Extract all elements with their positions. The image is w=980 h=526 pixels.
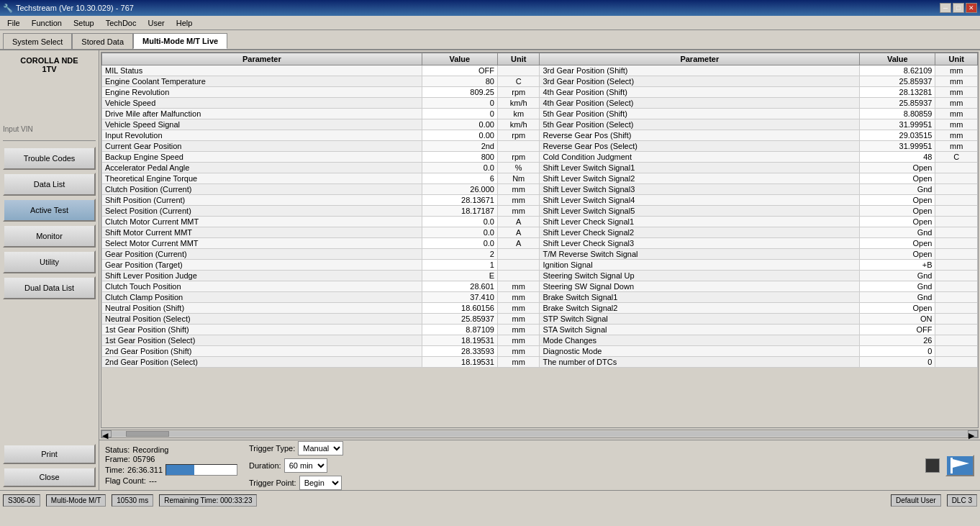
right-unit-cell — [935, 238, 978, 249]
left-value-cell: 28.13671 — [422, 195, 497, 206]
horizontal-scrollbar[interactable]: ◀ ▶ — [101, 430, 979, 438]
left-unit-cell: rpm — [497, 152, 540, 163]
menu-bar: File Function Setup TechDoc User Help — [0, 16, 980, 30]
tab-stored-data[interactable]: Stored Data — [72, 33, 133, 49]
active-test-button[interactable]: Active Test — [3, 199, 96, 222]
status-remaining: Remaining Time: 000:33:23 — [159, 494, 257, 507]
menu-user[interactable]: User — [142, 16, 170, 30]
right-param-header: Parameter — [540, 53, 860, 65]
left-param-cell: Select Position (Current) — [102, 206, 422, 217]
left-unit-cell: mm — [497, 357, 540, 368]
app-icon: 🔧 — [3, 4, 13, 13]
left-unit-cell — [497, 271, 540, 281]
right-param-cell: 5th Gear Position (Select) — [540, 119, 860, 130]
right-param-cell: The number of DTCs — [540, 357, 860, 368]
left-unit-cell: rpm — [497, 87, 540, 98]
left-param-cell: Drive Mile after Malfunction — [102, 109, 422, 119]
right-value-cell: 48 — [860, 152, 935, 163]
status-bar: S306-06 Multi-Mode M/T 10530 ms Remainin… — [0, 490, 980, 510]
right-param-cell: 4th Gear Position (Select) — [540, 98, 860, 109]
menu-help[interactable]: Help — [171, 16, 199, 30]
flag-area — [925, 455, 974, 476]
maximize-button[interactable]: □ — [953, 3, 964, 13]
flag-button[interactable] — [945, 455, 974, 476]
scrollbar-track[interactable] — [112, 431, 968, 437]
left-unit-cell: A — [497, 227, 540, 238]
left-value-cell: OFF — [422, 65, 497, 76]
duration-group: Duration: 60 min 30 min 10 min — [249, 458, 343, 473]
left-value-cell: 0 — [422, 109, 497, 119]
minimize-button[interactable]: ─ — [940, 3, 951, 13]
window-controls[interactable]: ─ □ ✕ — [940, 3, 977, 13]
left-unit-cell: mm — [497, 281, 540, 292]
right-param-cell: STP Switch Signal — [540, 314, 860, 325]
right-param-cell: Shift Lever Switch Signal4 — [540, 195, 860, 206]
left-param-cell: Vehicle Speed Signal — [102, 119, 422, 130]
scrollbar-thumb[interactable] — [126, 431, 169, 437]
tab-multimode-mt-live[interactable]: Multi-Mode M/T Live — [133, 33, 227, 49]
status-timing: 10530 ms — [112, 494, 153, 507]
right-unit-cell — [935, 314, 978, 325]
status-label: Status: — [105, 445, 130, 454]
time-value: 26:36.311 — [127, 466, 163, 474]
tab-system-select[interactable]: System Select — [3, 33, 72, 49]
left-value-cell: 1 — [422, 260, 497, 271]
left-unit-cell: rpm — [497, 130, 540, 141]
close-button[interactable]: Close — [3, 467, 96, 487]
right-unit-cell — [935, 184, 978, 195]
data-table-container[interactable]: Parameter Value Unit Parameter Value Uni… — [101, 52, 979, 428]
flag-icon — [949, 458, 971, 473]
utility-button[interactable]: Utility — [3, 250, 96, 273]
menu-techdoc[interactable]: TechDoc — [100, 16, 142, 30]
left-unit-cell — [497, 65, 540, 76]
left-param-cell: Shift Lever Position Judge — [102, 271, 422, 281]
right-param-cell: Cold Condition Judgment — [540, 152, 860, 163]
right-unit-cell: mm — [935, 98, 978, 109]
right-value-cell: 31.99951 — [860, 119, 935, 130]
right-param-cell: STA Switch Signal — [540, 325, 860, 335]
right-param-cell: 5th Gear Position (Shift) — [540, 109, 860, 119]
vehicle-line2: 1TV — [3, 65, 96, 73]
trigger-type-label: Trigger Type: — [249, 444, 295, 453]
left-value-header: Value — [422, 53, 497, 65]
right-value-cell: OFF — [860, 325, 935, 335]
print-button[interactable]: Print — [3, 444, 96, 464]
menu-setup[interactable]: Setup — [68, 16, 100, 30]
trigger-point-select[interactable]: Begin End Middle — [299, 476, 342, 490]
right-param-cell: T/M Reverse Switch Signal — [540, 249, 860, 260]
left-param-cell: Shift Position (Current) — [102, 195, 422, 206]
vehicle-info: COROLLA NDE 1TV — [3, 53, 96, 76]
svg-rect-0 — [950, 458, 953, 473]
data-list-button[interactable]: Data List — [3, 173, 96, 196]
scroll-left-button[interactable]: ◀ — [101, 430, 112, 437]
left-value-cell: 800 — [422, 152, 497, 163]
trouble-codes-button[interactable]: Trouble Codes — [3, 147, 96, 170]
right-param-cell: Shift Lever Check Signal2 — [540, 227, 860, 238]
monitor-button[interactable]: Monitor — [3, 225, 96, 248]
right-unit-cell — [935, 335, 978, 346]
left-param-header: Parameter — [102, 53, 422, 65]
trigger-type-select[interactable]: Manual Auto — [298, 441, 343, 455]
scroll-right-button[interactable]: ▶ — [968, 430, 978, 437]
left-param-cell: Theoretical Engine Torque — [102, 173, 422, 184]
menu-function[interactable]: Function — [26, 16, 68, 30]
close-window-button[interactable]: ✕ — [966, 3, 977, 13]
right-param-cell: Steering SW Signal Down — [540, 281, 860, 292]
frame-value: 05796 — [133, 455, 155, 463]
menu-file[interactable]: File — [1, 16, 26, 30]
left-param-cell: Clutch Clamp Position — [102, 292, 422, 303]
left-unit-cell — [497, 141, 540, 152]
duration-select[interactable]: 60 min 30 min 10 min — [284, 458, 327, 473]
right-value-cell: Open — [860, 195, 935, 206]
stop-button[interactable] — [925, 458, 940, 473]
left-param-cell: Current Gear Position — [102, 141, 422, 152]
left-value-cell: 80 — [422, 76, 497, 87]
right-unit-cell — [935, 357, 978, 368]
left-unit-cell: mm — [497, 335, 540, 346]
right-param-cell: Diagnostic Mode — [540, 346, 860, 357]
left-unit-cell: mm — [497, 303, 540, 314]
right-value-cell: 28.13281 — [860, 87, 935, 98]
right-unit-cell — [935, 163, 978, 173]
right-param-cell: Shift Lever Check Signal1 — [540, 217, 860, 227]
dual-data-list-button[interactable]: Dual Data List — [3, 276, 96, 299]
